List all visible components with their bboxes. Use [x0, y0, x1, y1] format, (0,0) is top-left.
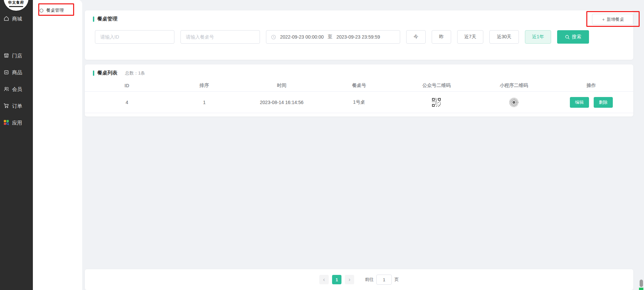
sidebar-item-label: 商品	[12, 69, 22, 76]
column-header-actions: 操作	[552, 83, 630, 89]
sidebar-item-members[interactable]: 会员	[0, 83, 33, 96]
search-label: 搜索	[572, 34, 581, 40]
column-header-official-qr: 公众号二维码	[398, 83, 475, 89]
sidebar-item-mall[interactable]: 商城	[0, 12, 33, 26]
official-account-qr-image[interactable]	[432, 98, 441, 107]
miniprogram-qr-image[interactable]	[509, 97, 519, 107]
date-start: 2022-09-23 00:00:00	[280, 34, 324, 40]
sidebar-item-apps[interactable]: 应用	[0, 116, 33, 130]
filter-row: 2022-09-23 00:00:00 至 2023-09-23 23:59:5…	[85, 30, 633, 44]
table-list-panel: 餐桌列表 总数：1条 ID 排序 时间 餐桌号 公众号二维码 小程序二维码 操作…	[85, 64, 633, 116]
date-separator: 至	[328, 34, 332, 40]
list-title-row: 餐桌列表 总数：1条	[85, 64, 633, 76]
quick-filter-1year[interactable]: 近1年	[525, 30, 551, 44]
column-header-id: ID	[88, 83, 166, 88]
panel-title-row: 餐桌管理	[85, 10, 633, 22]
search-icon	[565, 35, 570, 40]
sub-sidebar: 餐桌管理	[33, 0, 82, 290]
submenu-item-table-management[interactable]: 餐桌管理	[33, 0, 82, 13]
home-icon	[3, 15, 9, 22]
cell-time: 2023-08-14 16:14:56	[243, 100, 320, 105]
date-range-picker[interactable]: 2022-09-23 00:00:00 至 2023-09-23 23:59:5…	[266, 30, 400, 44]
table-row: 4 1 2023-08-14 16:14:56 1号桌	[85, 92, 633, 113]
prev-page-button[interactable]: ‹	[319, 275, 329, 284]
scrollbar-end-marker	[639, 288, 643, 290]
page-unit-label: 页	[394, 277, 399, 283]
logo: 华太食府	[4, 0, 29, 11]
quick-filter-today[interactable]: 今	[406, 30, 426, 44]
main-content: 餐桌管理 ＋ 新增餐桌 2022-09-23 00:00:00 至 2023-0…	[82, 0, 644, 290]
list-title: 餐桌列表	[97, 70, 117, 76]
cell-table-no: 1号桌	[320, 99, 398, 105]
apps-icon	[3, 119, 9, 127]
column-header-sort: 排序	[166, 83, 243, 89]
table-header-row: ID 排序 时间 餐桌号 公众号二维码 小程序二维码 操作	[85, 80, 633, 92]
sidebar-item-label: 会员	[12, 86, 22, 93]
column-header-miniprogram-qr: 小程序二维码	[475, 83, 553, 89]
id-input[interactable]	[95, 30, 174, 44]
app-root: 华太食府 商城 门店 商品 会员	[0, 0, 644, 290]
logo-subline	[9, 6, 23, 7]
sidebar-item-label: 门店	[12, 53, 22, 59]
goto-page-group: 前往 页	[365, 275, 399, 285]
sidebar-item-label: 商城	[12, 16, 22, 22]
date-end: 2023-09-23 23:59:59	[336, 34, 380, 40]
main-sidebar: 华太食府 商城 门店 商品 会员	[0, 0, 33, 290]
clock-icon	[271, 35, 276, 40]
quick-filter-yesterday[interactable]: 昨	[432, 30, 451, 44]
sidebar-item-store[interactable]: 门店	[0, 49, 33, 62]
total-count-label: 总数：1条	[125, 70, 145, 76]
cart-icon	[3, 103, 9, 110]
pagination-bar: ‹ 1 › 前往 页	[85, 269, 633, 290]
page-1-button[interactable]: 1	[332, 275, 341, 284]
page-number-input[interactable]	[376, 275, 392, 285]
scrollbar-thumb[interactable]	[640, 280, 643, 287]
panel-title: 餐桌管理	[97, 16, 117, 22]
sidebar-item-goods[interactable]: 商品	[0, 66, 33, 79]
pagination-controls: ‹ 1 ›	[319, 275, 354, 284]
sidebar-item-orders[interactable]: 订单	[0, 99, 33, 113]
edit-button[interactable]: 编辑	[570, 97, 589, 108]
column-header-table-no: 餐桌号	[320, 83, 398, 89]
add-table-button[interactable]: ＋ 新增餐桌	[592, 14, 633, 25]
table-management-panel: 餐桌管理 ＋ 新增餐桌 2022-09-23 00:00:00 至 2023-0…	[85, 10, 633, 60]
delete-button[interactable]: 删除	[594, 97, 613, 108]
quick-filter-30days[interactable]: 近30天	[489, 30, 519, 44]
cell-sort: 1	[166, 100, 243, 105]
add-table-label: 新增餐桌	[607, 16, 624, 22]
title-accent-bar	[93, 70, 94, 76]
members-icon	[3, 86, 9, 93]
sidebar-item-label: 订单	[12, 103, 22, 109]
cell-official-qr	[398, 98, 475, 107]
quick-filter-7days[interactable]: 近7天	[457, 30, 483, 44]
radio-circle-icon	[40, 9, 43, 12]
submenu-item-label: 餐桌管理	[46, 7, 64, 13]
title-accent-bar	[93, 16, 94, 22]
cell-actions: 编辑 删除	[552, 97, 630, 108]
plus-icon: ＋	[601, 16, 606, 22]
goto-label: 前往	[365, 277, 374, 283]
cell-id: 4	[88, 100, 166, 105]
store-icon	[3, 52, 9, 59]
sidebar-item-label: 应用	[12, 120, 22, 126]
goods-icon	[3, 69, 9, 76]
cell-miniprogram-qr	[475, 97, 553, 107]
search-button[interactable]: 搜索	[557, 30, 589, 44]
column-header-time: 时间	[243, 83, 320, 89]
next-page-button[interactable]: ›	[345, 275, 354, 284]
table-number-input[interactable]	[180, 30, 260, 44]
logo-text: 华太食府	[4, 0, 29, 5]
